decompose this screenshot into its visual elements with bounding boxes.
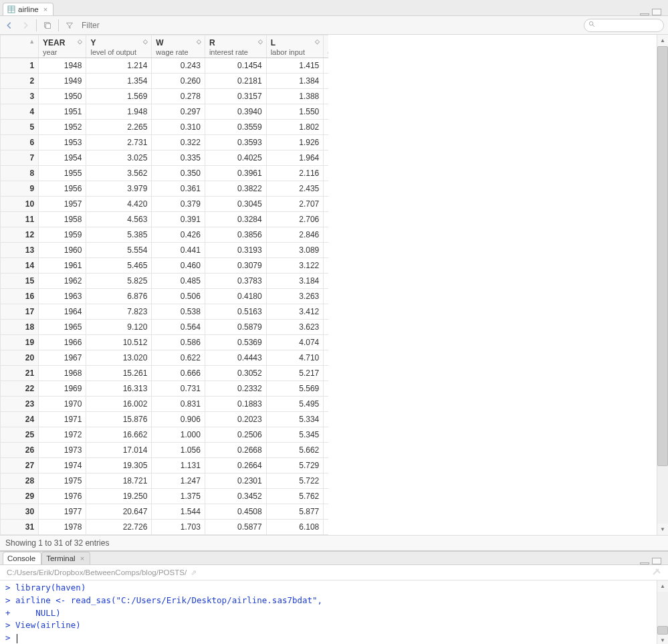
table-row[interactable]: 25197216.6621.0000.25065.3458.331 (1, 427, 329, 443)
minimize-pane-button[interactable] (640, 562, 649, 564)
table-row[interactable]: 1619636.8760.5060.41803.2632.041 (1, 289, 329, 304)
cell-y[interactable]: 16.313 (86, 381, 152, 397)
cell-y[interactable]: 1.354 (86, 74, 152, 89)
table-row[interactable]: 419511.9480.2970.39401.5500.564 (1, 104, 329, 120)
console-output[interactable]: > library(haven)> airline <- read_sas("C… (0, 580, 657, 644)
console-working-dir[interactable]: C:/Users/Erik/Dropbox/BetweenComps/blog/… (7, 568, 187, 576)
cell-l[interactable]: 6.108 (266, 520, 324, 535)
cell-k[interactable]: 0.573 (324, 89, 328, 104)
cell-l[interactable]: 1.550 (266, 104, 324, 120)
cell-w[interactable]: 0.322 (152, 135, 205, 150)
cell-year[interactable]: 1962 (39, 274, 86, 289)
cell-w[interactable]: 1.000 (152, 427, 205, 443)
cell-r[interactable]: 0.5369 (205, 335, 266, 350)
cell-w[interactable]: 0.297 (152, 104, 205, 120)
cell-l[interactable]: 1.388 (266, 89, 324, 104)
cell-w[interactable]: 1.056 (152, 443, 205, 458)
cell-l[interactable]: 5.762 (266, 489, 324, 504)
minimize-pane-button[interactable] (640, 13, 649, 15)
cell-l[interactable]: 5.569 (266, 381, 324, 397)
cell-year[interactable]: 1950 (39, 89, 86, 104)
console-scrollbar[interactable]: ▲ ▼ (657, 580, 668, 644)
scrollbar-thumb[interactable] (657, 626, 668, 635)
cell-k[interactable]: 2.257 (324, 320, 328, 335)
cell-w[interactable]: 0.278 (152, 89, 205, 104)
cell-w[interactable]: 1.375 (152, 489, 205, 504)
cell-l[interactable]: 1.964 (266, 150, 324, 166)
close-icon[interactable]: × (80, 554, 84, 562)
cell-r[interactable]: 0.3193 (205, 243, 266, 258)
table-row[interactable]: 1519625.8250.4850.37833.1841.926 (1, 274, 329, 289)
cell-y[interactable]: 10.512 (86, 335, 152, 350)
table-row[interactable]: 119481.2140.2430.14541.4150.612 (1, 58, 329, 74)
table-row[interactable]: 1719647.8230.5380.51633.4121.997 (1, 304, 329, 320)
table-row[interactable]: 23197016.0020.8310.18835.4957.627 (1, 397, 329, 412)
column-header-l[interactable]: Llabor input◇ (266, 35, 324, 58)
cell-y[interactable]: 3.562 (86, 166, 152, 181)
cell-k[interactable]: 8.557 (324, 443, 328, 458)
table-row[interactable]: 1419615.4650.4600.30793.1221.736 (1, 258, 329, 274)
cell-l[interactable]: 2.846 (266, 227, 324, 243)
cell-y[interactable]: 3.025 (86, 150, 152, 166)
cell-k[interactable]: 0.564 (324, 104, 328, 120)
column-header-y[interactable]: Ylevel of output◇ (86, 35, 152, 58)
cell-l[interactable]: 5.334 (266, 412, 324, 427)
cell-k[interactable]: 0.827 (324, 166, 328, 181)
table-row[interactable]: 27197419.3051.1310.26645.7299.508 (1, 458, 329, 473)
table-row[interactable]: 29197619.2501.3750.34525.7628.262 (1, 489, 329, 504)
cell-y[interactable]: 20.647 (86, 504, 152, 520)
popout-icon[interactable] (42, 20, 53, 31)
back-icon[interactable] (4, 20, 15, 31)
filter-icon[interactable] (64, 20, 75, 31)
cell-r[interactable]: 0.3940 (205, 104, 266, 120)
cell-k[interactable]: 7.627 (324, 397, 328, 412)
column-header-year[interactable]: YEARyear◇ (39, 35, 86, 58)
cell-w[interactable]: 0.622 (152, 350, 205, 366)
table-row[interactable]: 719543.0250.3350.40251.9640.776 (1, 150, 329, 166)
cell-year[interactable]: 1954 (39, 150, 86, 166)
cell-year[interactable]: 1970 (39, 397, 86, 412)
cell-k[interactable]: 1.926 (324, 274, 328, 289)
table-row[interactable]: 28197518.7211.2470.23015.7229.062 (1, 473, 329, 489)
cell-r[interactable]: 0.3079 (205, 258, 266, 274)
cell-year[interactable]: 1977 (39, 504, 86, 520)
cell-year[interactable]: 1953 (39, 135, 86, 150)
cell-l[interactable]: 3.184 (266, 274, 324, 289)
cell-year[interactable]: 1968 (39, 366, 86, 381)
table-row[interactable]: 31197822.7261.7030.58776.1087.104 (1, 520, 329, 535)
cell-l[interactable]: 4.710 (266, 350, 324, 366)
cell-year[interactable]: 1974 (39, 458, 86, 473)
cell-l[interactable]: 5.662 (266, 443, 324, 458)
cell-k[interactable]: 0.776 (324, 150, 328, 166)
table-row[interactable]: 619532.7310.3220.35931.9260.711 (1, 135, 329, 150)
cell-r[interactable]: 0.3856 (205, 227, 266, 243)
cell-w[interactable]: 0.906 (152, 412, 205, 427)
cell-year[interactable]: 1952 (39, 120, 86, 135)
cell-r[interactable]: 0.2023 (205, 412, 266, 427)
cell-year[interactable]: 1976 (39, 489, 86, 504)
column-header-r[interactable]: Rinterest rate◇ (205, 35, 266, 58)
cell-w[interactable]: 0.379 (152, 197, 205, 212)
cell-r[interactable]: 0.4508 (205, 504, 266, 520)
cell-l[interactable]: 3.412 (266, 304, 324, 320)
cell-y[interactable]: 5.385 (86, 227, 152, 243)
cell-k[interactable]: 1.736 (324, 258, 328, 274)
cell-r[interactable]: 0.4443 (205, 350, 266, 366)
cell-l[interactable]: 2.706 (266, 212, 324, 227)
cell-w[interactable]: 0.506 (152, 289, 205, 304)
cell-w[interactable]: 0.586 (152, 335, 205, 350)
cell-w[interactable]: 0.350 (152, 166, 205, 181)
cell-k[interactable]: 0.800 (324, 181, 328, 197)
scroll-down-icon[interactable]: ▼ (657, 635, 668, 644)
cell-w[interactable]: 1.703 (152, 520, 205, 535)
cell-l[interactable]: 5.345 (266, 427, 324, 443)
cell-w[interactable]: 0.831 (152, 397, 205, 412)
cell-y[interactable]: 5.825 (86, 274, 152, 289)
cell-r[interactable]: 0.5877 (205, 520, 266, 535)
cell-k[interactable]: 8.331 (324, 427, 328, 443)
cell-year[interactable]: 1961 (39, 258, 86, 274)
cell-year[interactable]: 1967 (39, 350, 86, 366)
cell-y[interactable]: 15.261 (86, 366, 152, 381)
cell-l[interactable]: 2.707 (266, 197, 324, 212)
filter-label[interactable]: Filter (80, 21, 100, 30)
